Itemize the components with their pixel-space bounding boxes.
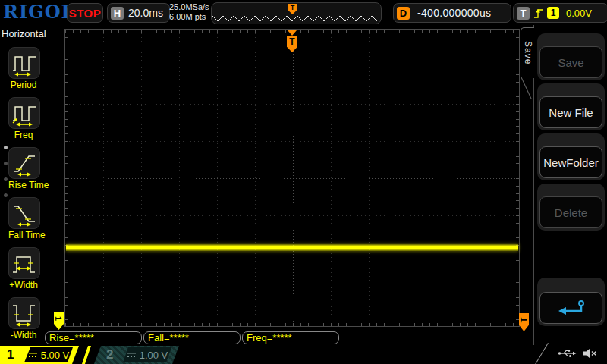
channel1-number: 1 [7,347,14,362]
timebase-indicator[interactable]: H 20.0ms [107,3,170,23]
status-icons [558,347,597,359]
measure-menu-title: Horizontal [2,28,46,39]
rise-time-icon [11,149,37,177]
tab-slant-line [521,77,532,99]
measure-item-fall-time[interactable]: Fall Time [8,197,39,240]
readout-fall[interactable]: Fall=***** [143,331,241,344]
trigger-source-badge: 1 [547,7,559,19]
delete-button[interactable]: Delete [537,184,605,231]
minus-width-icon [11,300,37,327]
delay-value: -400.000000us [417,7,491,19]
rising-edge-icon [533,7,543,20]
trigger-indicator[interactable]: T 1 0.00V [513,3,607,23]
measure-item-freq[interactable]: Freq [8,97,39,140]
channel2-indicator[interactable]: 2 1.00 V [94,346,179,364]
trigger-level-value: 0.00V [566,8,592,19]
trigger-delay-indicator[interactable]: D -400.000000us [393,3,511,23]
period-waveform-icon [11,49,37,77]
trigger-badge: T [517,7,530,20]
readout-freq[interactable]: Freq=***** [242,331,339,344]
menu-page-dot-3 [4,177,8,181]
new-folder-button[interactable]: NewFolder [537,133,605,180]
status-divider [535,343,549,364]
waveform-display-area[interactable]: T [64,29,520,327]
fall-time-icon [11,199,37,227]
plus-width-icon [11,249,37,277]
channel2-number: 2 [106,347,113,362]
channel1-position-marker[interactable]: 1 [54,312,64,330]
measure-item-period[interactable]: Period [8,47,39,90]
rigol-logo: RIGOL [3,1,74,23]
tab-save[interactable]: Save [521,27,534,78]
menu-page-dot-2 [4,162,8,165]
save-button[interactable]: Save [537,33,605,80]
measure-item-rise-time[interactable]: Rise Time [8,147,39,190]
trigger-level-marker[interactable]: T [519,313,529,331]
menu-page-dot-1 [4,146,8,149]
measure-item-minus-width[interactable]: -Width [8,297,39,340]
channel2-scale: 1.00 V [140,350,168,361]
channel1-trace[interactable] [66,244,518,251]
channel1-indicator[interactable]: 1 5.00 V [0,346,79,364]
waveform-overview-bar[interactable]: T [211,2,382,24]
channel1-scale: 5.00 V [41,350,70,361]
oscilloscope-screen: RIGOL STOP H 20.0ms 25.0MSa/s 6.00M pts … [0,0,607,364]
new-file-button[interactable]: New File [537,83,605,130]
freq-waveform-icon [11,99,37,127]
trigger-position-arrow [288,30,297,36]
run-state-label: STOP [69,7,102,20]
back-button[interactable] [537,278,605,326]
timebase-badge: H [111,7,124,20]
sample-rate: 25.0MSa/s [169,2,209,12]
acquisition-info: 25.0MSa/s 6.00M pts [169,2,209,22]
readout-rise[interactable]: Rise=***** [45,331,142,344]
menu-page-dot-4 [4,193,8,197]
memory-depth: 6.00M pts [169,12,209,22]
center-horizontal-gridline [65,178,519,179]
measure-item-plus-width[interactable]: +Width [8,247,39,290]
delay-badge: D [397,7,410,20]
run-state-indicator[interactable]: STOP [67,3,103,23]
timebase-value: 20.0ms [128,7,163,19]
return-arrow-icon [555,299,587,317]
channel1-stripe [82,346,91,364]
dc-coupling-icon [28,352,38,359]
dc-coupling-icon [127,352,137,359]
usb-icon [558,347,577,359]
trigger-position-marker[interactable]: T [287,36,297,52]
speaker-muted-icon [583,348,597,359]
